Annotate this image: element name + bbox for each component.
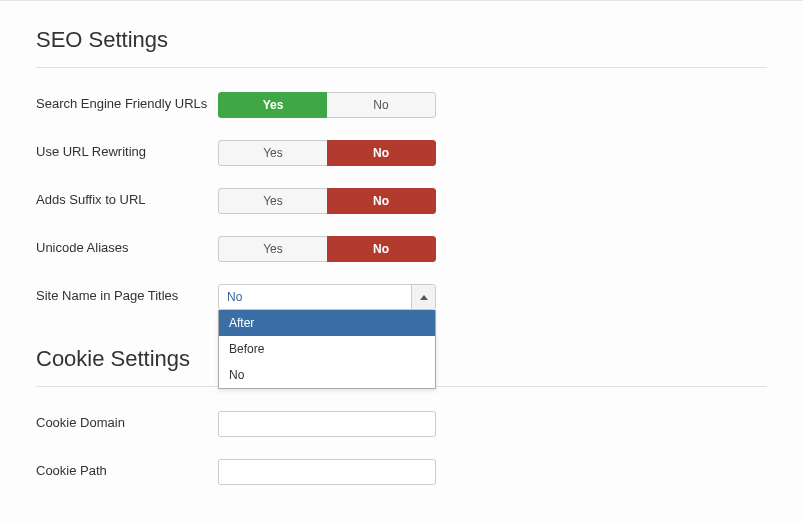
toggle-unicode-yes[interactable]: Yes: [218, 236, 327, 262]
settings-page: SEO Settings Search Engine Friendly URLs…: [0, 0, 803, 522]
label-sitename-titles: Site Name in Page Titles: [36, 284, 218, 305]
field-cookie-path: Cookie Path: [36, 459, 767, 485]
select-sitename-value: No: [227, 290, 242, 304]
toggle-rewrite-no[interactable]: No: [327, 140, 436, 166]
label-suffix-url: Adds Suffix to URL: [36, 188, 218, 209]
label-cookie-domain: Cookie Domain: [36, 411, 218, 432]
field-url-rewriting: Use URL Rewriting Yes No: [36, 140, 767, 166]
label-url-rewriting: Use URL Rewriting: [36, 140, 218, 161]
toggle-suffix-no[interactable]: No: [327, 188, 436, 214]
field-unicode-aliases: Unicode Aliases Yes No: [36, 236, 767, 262]
toggle-suffix-yes[interactable]: Yes: [218, 188, 327, 214]
field-sef-urls: Search Engine Friendly URLs Yes No: [36, 92, 767, 118]
input-cookie-path[interactable]: [218, 459, 436, 485]
toggle-unicode-aliases[interactable]: Yes No: [218, 236, 436, 262]
field-suffix-url: Adds Suffix to URL Yes No: [36, 188, 767, 214]
select-caret-button[interactable]: [411, 285, 435, 309]
field-sitename-titles: Site Name in Page Titles No After Before…: [36, 284, 767, 310]
toggle-rewrite-yes[interactable]: Yes: [218, 140, 327, 166]
dropdown-sitename-list: After Before No: [218, 310, 436, 389]
toggle-url-rewriting[interactable]: Yes No: [218, 140, 436, 166]
caret-up-icon: [420, 295, 428, 300]
field-cookie-domain: Cookie Domain: [36, 411, 767, 437]
label-cookie-path: Cookie Path: [36, 459, 218, 480]
dropdown-item-no[interactable]: No: [219, 362, 435, 388]
label-unicode-aliases: Unicode Aliases: [36, 236, 218, 257]
seo-section-title: SEO Settings: [36, 21, 767, 68]
toggle-unicode-no[interactable]: No: [327, 236, 436, 262]
toggle-sef-no[interactable]: No: [327, 92, 436, 118]
toggle-sef-yes[interactable]: Yes: [218, 92, 327, 118]
dropdown-item-after[interactable]: After: [219, 310, 435, 336]
select-sitename-display[interactable]: No: [218, 284, 436, 310]
label-sef-urls: Search Engine Friendly URLs: [36, 92, 218, 113]
toggle-suffix-url[interactable]: Yes No: [218, 188, 436, 214]
input-cookie-domain[interactable]: [218, 411, 436, 437]
dropdown-item-before[interactable]: Before: [219, 336, 435, 362]
select-sitename-titles[interactable]: No After Before No: [218, 284, 436, 310]
toggle-sef-urls[interactable]: Yes No: [218, 92, 436, 118]
